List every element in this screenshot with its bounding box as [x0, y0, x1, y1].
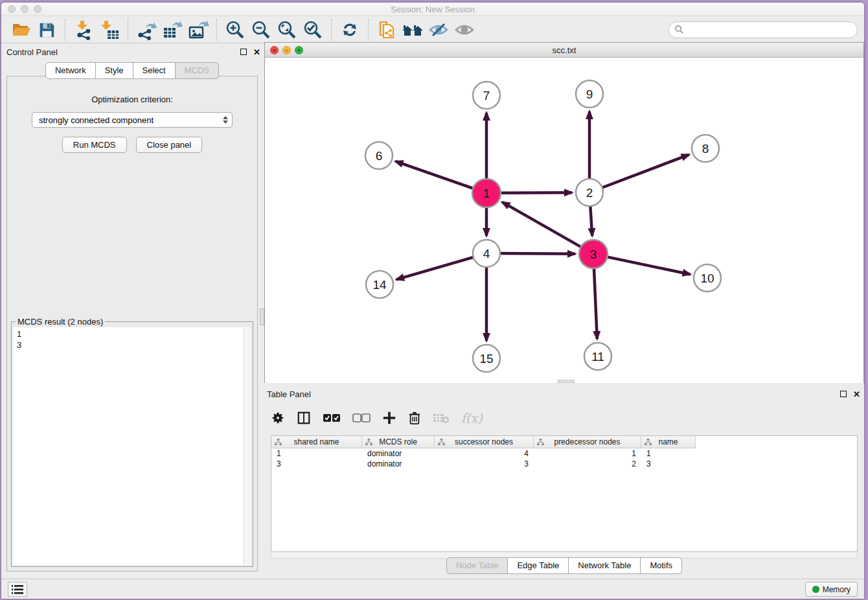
svg-text:11: 11	[591, 350, 604, 363]
hide-selected-icon[interactable]	[426, 18, 451, 41]
graph-edge-4-3[interactable]	[499, 253, 575, 254]
result-scrollbar[interactable]	[244, 327, 251, 565]
split-columns-icon[interactable]	[297, 408, 311, 428]
refresh-view-icon[interactable]	[337, 18, 363, 41]
close-panel-icon[interactable]: ✕	[253, 47, 260, 57]
search-input[interactable]	[684, 23, 857, 36]
delete-table-icon[interactable]	[433, 408, 450, 428]
graph-edge-2-8[interactable]	[601, 155, 689, 189]
control-panel-tabs: Network Style Select MCDS	[1, 62, 263, 79]
run-mcds-button[interactable]: Run MCDS	[62, 137, 127, 153]
tab-edge-table[interactable]: Edge Table	[508, 557, 569, 574]
export-image-icon[interactable]	[185, 18, 211, 41]
criterion-select[interactable]: strongly connected component	[32, 112, 233, 128]
graph-node-14[interactable]: 14	[366, 271, 393, 298]
delete-column-trash-icon[interactable]	[408, 408, 421, 428]
graph-edge-3-10[interactable]	[606, 257, 691, 274]
column-header-predecessor-nodes[interactable]: predecessor nodes	[534, 436, 641, 448]
float-table-panel-icon[interactable]	[840, 391, 847, 397]
tab-network[interactable]: Network	[45, 62, 96, 79]
graph-edge-3-11[interactable]	[594, 267, 597, 339]
svg-text:10: 10	[700, 271, 714, 285]
graph-node-15[interactable]: 15	[473, 345, 500, 372]
import-table-icon[interactable]	[97, 18, 122, 41]
select-all-checks-icon[interactable]	[323, 408, 341, 428]
mcds-result-group: MCDS result (2 nodes) 1 3	[11, 321, 253, 567]
criterion-value: strongly connected component	[39, 115, 223, 125]
mcds-panel: Optimization criterion: strongly connect…	[6, 76, 258, 571]
tab-select[interactable]: Select	[133, 62, 176, 79]
graph-edge-1-2[interactable]	[499, 192, 572, 193]
add-column-icon[interactable]	[382, 408, 396, 428]
table-cell[interactable]: 1	[641, 448, 696, 459]
open-session-icon[interactable]	[8, 18, 34, 41]
graph-node-4[interactable]: 4	[473, 240, 500, 267]
float-panel-icon[interactable]	[240, 49, 247, 55]
graph-node-7[interactable]: 7	[473, 82, 500, 109]
graph-edge-4-14[interactable]	[396, 257, 475, 279]
table-cell[interactable]: 3	[435, 459, 534, 469]
zoom-selected-icon[interactable]	[300, 18, 326, 41]
graph-node-8[interactable]: 8	[692, 135, 719, 162]
column-header-name[interactable]: name	[641, 436, 696, 448]
tab-style[interactable]: Style	[96, 62, 133, 79]
table-cell[interactable]: 2	[534, 459, 641, 469]
task-history-button[interactable]	[8, 582, 27, 597]
column-header-mcds-role[interactable]: MCDS role	[362, 436, 435, 448]
horizontal-splitter-handle[interactable]	[558, 380, 575, 383]
tab-motifs[interactable]: Motifs	[641, 557, 682, 574]
graph-node-11[interactable]: 11	[584, 343, 611, 370]
show-all-icon[interactable]	[451, 18, 477, 41]
status-bar: Memory	[1, 579, 864, 599]
table-panel-title: Table Panel	[267, 389, 311, 399]
zoom-out-icon[interactable]	[248, 18, 274, 41]
control-panel-header: Control Panel ✕	[6, 45, 260, 58]
table-header-row: shared name MCDS role successor nodes pr…	[271, 436, 857, 448]
graph-edge-3-1[interactable]	[502, 202, 582, 248]
column-header-shared-name[interactable]: shared name	[271, 436, 362, 448]
network-window-titlebar: × − + scc.txt	[265, 43, 863, 58]
first-neighbors-icon[interactable]	[400, 18, 426, 41]
toolbar-separator	[216, 19, 217, 41]
clone-network-icon[interactable]	[374, 18, 400, 41]
deselect-all-checks-icon[interactable]	[352, 408, 371, 428]
save-session-icon[interactable]	[34, 18, 60, 41]
graph-node-2[interactable]: 2	[576, 179, 603, 206]
table-cell[interactable]: 4	[435, 448, 534, 459]
list-icon	[12, 585, 23, 594]
close-table-panel-icon[interactable]: ✕	[853, 389, 860, 399]
graph-node-1[interactable]: 1	[472, 179, 501, 207]
close-panel-button[interactable]: Close panel	[136, 137, 203, 153]
tab-mcds[interactable]: MCDS	[176, 62, 219, 79]
tab-node-table[interactable]: Node Table	[446, 557, 508, 574]
graph-edge-2-3[interactable]	[590, 205, 592, 236]
mcds-result-text[interactable]: 1 3	[13, 327, 251, 565]
export-table-icon[interactable]	[159, 18, 185, 41]
function-builder-icon[interactable]: f(x)	[461, 408, 483, 428]
vertical-splitter-handle[interactable]	[260, 308, 264, 325]
graph-node-10[interactable]: 10	[694, 264, 721, 292]
table-cell[interactable]: 1	[534, 448, 641, 459]
graph-node-3[interactable]: 3	[579, 240, 608, 268]
graph-node-6[interactable]: 6	[365, 142, 393, 169]
svg-text:1: 1	[483, 187, 490, 200]
import-network-icon[interactable]	[71, 18, 97, 41]
tab-network-table[interactable]: Network Table	[569, 557, 641, 574]
export-network-icon[interactable]	[133, 18, 159, 41]
settings-gear-icon[interactable]	[271, 408, 285, 428]
table-cell[interactable]: dominator	[362, 459, 435, 469]
graph-node-9[interactable]: 9	[576, 80, 603, 108]
table-row[interactable]: 3dominator323	[271, 459, 857, 469]
table-cell[interactable]: 3	[271, 459, 362, 469]
table-cell[interactable]: 3	[641, 459, 696, 469]
table-cell[interactable]: 1	[271, 448, 362, 459]
table-row[interactable]: 1dominator411	[271, 448, 857, 459]
graph-edge-1-6[interactable]	[395, 161, 474, 189]
column-header-successor-nodes[interactable]: successor nodes	[435, 436, 534, 448]
network-canvas[interactable]: 7968124314101511	[265, 58, 863, 383]
zoom-fit-icon[interactable]	[274, 18, 300, 41]
toolbar-separator	[368, 19, 369, 41]
table-cell[interactable]: dominator	[362, 448, 435, 459]
memory-button[interactable]: Memory	[805, 582, 858, 597]
zoom-in-icon[interactable]	[222, 18, 248, 41]
